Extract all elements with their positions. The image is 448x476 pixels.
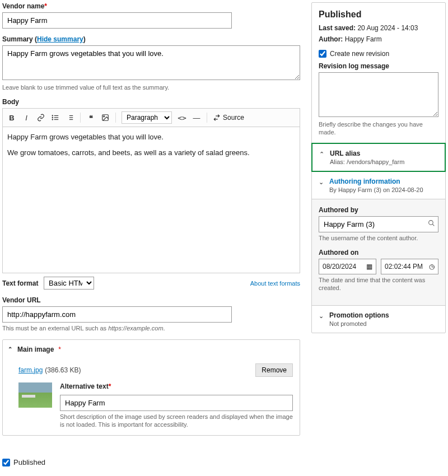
svg-point-3 [52, 115, 53, 116]
image-filesize: (386.63 KB) [45, 366, 81, 374]
body-content[interactable]: Happy Farm grows vegetables that you wil… [3, 127, 300, 273]
revlog-label: Revision log message [319, 62, 438, 70]
text-format-label: Text format [2, 279, 38, 287]
published-checkbox[interactable] [2, 459, 10, 466]
authoring-sub: By Happy Farm (3) on 2024-08-20 [329, 186, 438, 193]
calendar-icon: ▦ [366, 263, 372, 270]
svg-point-10 [104, 116, 105, 117]
promotion-accordion[interactable]: ⌄ Promotion options Not promoted [312, 305, 445, 333]
link-button[interactable] [34, 111, 48, 124]
authoring-accordion[interactable]: ⌄ Authoring information By Happy Farm (3… [312, 171, 445, 199]
chevron-up-icon: ⌃ [319, 151, 324, 165]
body-editor: B I ❝ Paragraph <> — Source [2, 108, 300, 273]
remove-image-button[interactable]: Remove [255, 363, 293, 377]
status-title: Published [319, 10, 438, 20]
blockquote-button[interactable]: ❝ [84, 111, 97, 124]
sidebar: Published Last saved: 20 Aug 2024 - 14:0… [311, 2, 446, 333]
published-label: Published [13, 458, 45, 466]
vendor-name-input[interactable] [2, 12, 232, 29]
alt-text-input[interactable] [60, 395, 293, 411]
image-thumbnail [18, 382, 52, 408]
new-revision-label: Create new revision [330, 50, 389, 58]
url-alias-value: Alias: /vendors/happy_farm [330, 158, 438, 165]
revlog-textarea[interactable] [319, 72, 438, 117]
text-format-select[interactable]: Basic HTML [44, 277, 94, 290]
svg-point-11 [429, 221, 433, 225]
chevron-up-icon: ⌃ [7, 346, 13, 352]
new-revision-checkbox[interactable] [319, 50, 326, 58]
hide-summary-link[interactable]: Hide summary [37, 35, 83, 43]
chevron-down-icon: ⌄ [319, 179, 324, 193]
svg-point-5 [52, 119, 53, 120]
authored-by-label: Authored by [319, 206, 438, 214]
svg-point-4 [52, 118, 53, 118]
code-button[interactable]: <> [175, 111, 189, 124]
image-filename-link[interactable]: farm.jpg [18, 366, 43, 374]
summary-textarea[interactable]: Happy Farm grows vegetables that you wil… [2, 45, 300, 80]
source-button[interactable]: Source [211, 114, 246, 122]
authored-date-input[interactable]: 08/20/2024 ▦ [319, 259, 376, 274]
alt-text-help: Short description of the image used by s… [60, 413, 293, 429]
main-image-panel: ⌃ Main image * farm.jpg (386.63 KB) Remo… [2, 339, 300, 436]
promotion-sub: Not promoted [329, 320, 438, 327]
author-value: Happy Farm [345, 35, 382, 43]
vendor-url-label: Vendor URL [2, 296, 300, 304]
search-icon [428, 220, 435, 228]
authored-time-input[interactable]: 02:02:44 PM ◷ [381, 259, 438, 274]
bullet-list-button[interactable] [49, 111, 62, 124]
last-saved-value: 20 Aug 2024 - 14:03 [357, 24, 418, 32]
clock-icon: ◷ [429, 263, 435, 270]
alt-text-label: Alternative text* [60, 382, 293, 390]
svg-line-12 [432, 224, 434, 226]
summary-help: Leave blank to use trimmed value of full… [2, 83, 300, 91]
main-image-header[interactable]: ⌃ Main image * [3, 340, 300, 359]
bold-button[interactable]: B [5, 111, 18, 124]
revlog-help: Briefly describe the changes you have ma… [319, 120, 438, 137]
url-alias-accordion[interactable]: ⌃ URL alias Alias: /vendors/happy_farm [311, 143, 446, 172]
vendor-name-label: Vendor name* [2, 2, 300, 10]
italic-button[interactable]: I [20, 111, 33, 124]
about-text-formats-link[interactable]: About text formats [250, 280, 300, 287]
editor-toolbar: B I ❝ Paragraph <> — Source [3, 109, 300, 127]
vendor-url-help: This must be an external URL such as htt… [2, 324, 300, 332]
summary-label: Summary (Hide summary) [2, 35, 300, 43]
authoring-panel: Authored by The username of the content … [312, 199, 445, 306]
vendor-url-input[interactable] [2, 306, 232, 323]
authored-by-input[interactable] [319, 216, 438, 232]
paragraph-select[interactable]: Paragraph [122, 111, 172, 124]
body-label: Body [2, 98, 300, 106]
hr-button[interactable]: — [190, 111, 203, 124]
authored-on-label: Authored on [319, 249, 438, 256]
numbered-list-button[interactable] [63, 111, 77, 124]
chevron-down-icon: ⌄ [319, 312, 324, 327]
image-button[interactable] [99, 111, 112, 124]
